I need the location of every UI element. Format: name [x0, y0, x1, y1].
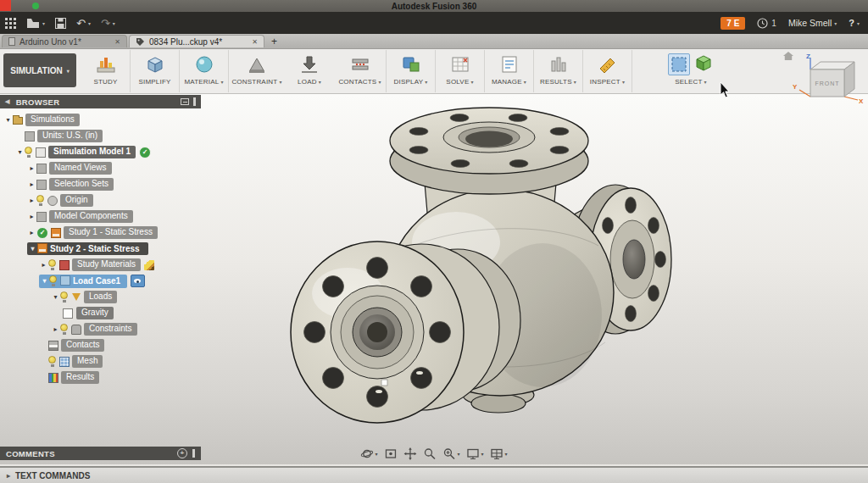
- expander-icon[interactable]: ▾: [15, 148, 25, 156]
- tree-item-study-2[interactable]: ▾ Study 2 - Static Stress: [0, 241, 201, 257]
- look-at-button[interactable]: [384, 447, 397, 460]
- new-tab-button[interactable]: +: [271, 36, 277, 47]
- zoom-button[interactable]: [423, 447, 436, 460]
- visibility-bulb-icon[interactable]: [60, 291, 69, 303]
- visibility-bulb-icon[interactable]: [25, 147, 33, 158]
- expand-icon[interactable]: ▸: [7, 472, 10, 480]
- tree-item-loads[interactable]: ▾ Loads: [0, 289, 201, 305]
- tree-item-selection-sets[interactable]: ▸ Selection Sets: [0, 176, 201, 192]
- select-window-icon[interactable]: [668, 53, 690, 75]
- add-comment-icon[interactable]: +: [177, 448, 187, 458]
- visibility-bulb-icon[interactable]: [48, 259, 57, 270]
- ribbon-tool-select[interactable]: SELECT▾: [656, 50, 726, 92]
- tree-item-load-case1[interactable]: ▾ Load Case1: [0, 273, 201, 289]
- job-status-badge[interactable]: 7 E: [721, 17, 745, 30]
- ribbon-tool-constraint[interactable]: CONSTRAINT▾: [229, 50, 285, 92]
- gravity-checkbox[interactable]: [63, 308, 73, 319]
- expander-icon[interactable]: ▾: [28, 245, 37, 253]
- visibility-bulb-icon[interactable]: [49, 275, 58, 286]
- tab-plumbing-mockup[interactable]: 0834 Plu...ckup v4* ✕: [129, 35, 264, 47]
- visibility-bulb-icon[interactable]: [36, 195, 45, 206]
- tree-item-units[interactable]: Units: U.S. (in): [0, 128, 201, 144]
- display-settings-caret: ▾: [481, 451, 484, 457]
- ribbon-tool-load[interactable]: LOAD▾: [285, 50, 334, 92]
- user-menu[interactable]: Mike Smell ▾: [788, 18, 837, 28]
- ribbon-tool-label: SOLVE: [446, 78, 469, 86]
- valve-top-flange[interactable]: [390, 108, 588, 194]
- expander-icon[interactable]: ▸: [27, 197, 36, 204]
- save-button[interactable]: [55, 18, 66, 29]
- ribbon-tool-label: RESULTS: [540, 78, 572, 86]
- redo-button[interactable]: ↷ ▾: [101, 18, 115, 29]
- orbit-icon: [360, 447, 373, 460]
- selected-item-highlight[interactable]: ▾ Load Case1: [39, 275, 127, 288]
- tree-item-constraints[interactable]: ▸ Constraints: [0, 321, 201, 337]
- home-icon[interactable]: [783, 52, 793, 60]
- tree-item-origin[interactable]: ▸ Origin: [0, 192, 201, 208]
- tree-item-gravity[interactable]: Gravity: [0, 305, 201, 321]
- eye-icon[interactable]: [131, 275, 145, 287]
- workspace-switcher[interactable]: SIMULATION ▾: [3, 53, 76, 87]
- ribbon-tool-inspect[interactable]: INSPECT▾: [583, 50, 632, 92]
- ribbon-tool-study[interactable]: STUDY: [81, 50, 131, 92]
- ribbon-tool-manage[interactable]: MANAGE▾: [485, 50, 534, 92]
- notifications-button[interactable]: 1: [757, 18, 776, 29]
- tree-item-contacts[interactable]: Contacts: [0, 337, 201, 353]
- select-body-icon[interactable]: [693, 53, 714, 76]
- tree-item-results[interactable]: Results: [0, 369, 201, 386]
- ribbon-tool-contacts[interactable]: CONTACTS▾: [334, 50, 387, 92]
- text-commands-bar[interactable]: ▸ TEXT COMMANDS: [0, 466, 868, 483]
- comments-dock-icon[interactable]: [192, 449, 195, 458]
- viewcube[interactable]: Z Y X FRONT: [783, 51, 865, 110]
- orbit-button[interactable]: ▾: [360, 447, 377, 460]
- selection-handle: [381, 380, 387, 386]
- tree-item-simulations[interactable]: ▾ Simulations: [0, 112, 201, 128]
- dropdown-caret: ▾: [622, 79, 625, 85]
- ribbon-tool-label: CONTACTS: [338, 78, 376, 86]
- fit-button[interactable]: ▾: [442, 447, 459, 460]
- expander-icon[interactable]: ▸: [27, 164, 36, 172]
- dropdown-caret: ▾: [470, 79, 473, 85]
- dropdown-caret: ▾: [279, 79, 281, 85]
- expander-icon[interactable]: ▾: [40, 277, 49, 285]
- expander-icon[interactable]: ▸: [27, 213, 36, 220]
- tab-arduino-uno[interactable]: Arduino Uno v1* ✕: [2, 35, 127, 47]
- display-settings-button[interactable]: ▾: [467, 447, 484, 460]
- ribbon-tool-material[interactable]: MATERIAL▾: [180, 50, 229, 92]
- tree-item-simulation-model-1[interactable]: ▾ Simulation Model 1 ✓: [0, 144, 201, 160]
- file-menu-button[interactable]: ▾: [26, 18, 45, 29]
- tree-item-study-materials[interactable]: ▸ Study Materials: [0, 257, 201, 273]
- visibility-bulb-icon[interactable]: [48, 356, 57, 367]
- close-tab-icon[interactable]: ✕: [114, 38, 120, 46]
- help-menu[interactable]: ? ▾: [849, 18, 860, 28]
- collapse-panel-icon[interactable]: ◀: [5, 98, 10, 105]
- panel-minimize-icon[interactable]: [181, 98, 189, 105]
- ribbon-tool-results[interactable]: RESULTS▾: [534, 50, 583, 92]
- edit-icon[interactable]: [144, 260, 154, 270]
- expander-icon[interactable]: ▾: [51, 293, 60, 301]
- ribbon-tool-display[interactable]: DISPLAY▾: [387, 50, 436, 92]
- app-grid-icon[interactable]: [5, 18, 16, 29]
- comments-bar[interactable]: COMMENTS +: [0, 447, 201, 460]
- visibility-bulb-icon[interactable]: [60, 324, 69, 335]
- zoom-icon: [423, 447, 436, 460]
- tree-item-named-views[interactable]: ▸ Named Views: [0, 160, 201, 176]
- active-study-highlight[interactable]: ▾ Study 2 - Static Stress: [27, 242, 148, 255]
- pan-button[interactable]: [403, 447, 416, 460]
- layout-grid-button[interactable]: ▾: [491, 447, 508, 460]
- load-case-icon: [60, 275, 70, 286]
- tree-item-study-1[interactable]: ▸ ✓ Study 1 - Static Stress: [0, 225, 201, 241]
- browser-header[interactable]: ◀ BROWSER: [0, 95, 201, 108]
- expander-icon[interactable]: ▸: [27, 229, 36, 236]
- panel-dock-icon[interactable]: [193, 97, 196, 106]
- expander-icon[interactable]: ▸: [51, 325, 60, 333]
- close-tab-icon[interactable]: ✕: [252, 38, 258, 46]
- undo-button[interactable]: ↶ ▾: [76, 18, 91, 29]
- expander-icon[interactable]: ▸: [27, 180, 36, 188]
- tree-item-model-components[interactable]: ▸ Model Components: [0, 208, 201, 225]
- expander-icon[interactable]: ▾: [3, 116, 13, 124]
- ribbon-tool-simplify[interactable]: SIMPLIFY: [131, 50, 180, 92]
- ribbon-tool-solve[interactable]: SOLVE▾: [436, 50, 485, 92]
- tree-item-mesh[interactable]: Mesh: [0, 353, 201, 369]
- expander-icon[interactable]: ▸: [39, 261, 48, 269]
